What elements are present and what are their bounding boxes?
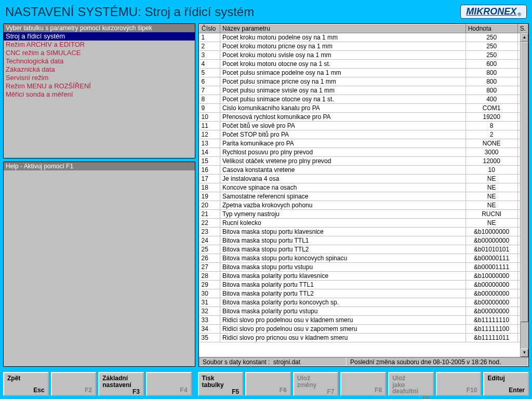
fkey-F3[interactable]: ZákladnínastaveníF3 — [98, 372, 144, 396]
table-row[interactable]: 19Samostatne referencni spinaceNE — [200, 192, 528, 201]
brand-logo: MIKRONEX® — [460, 5, 527, 19]
table-selector-panel: Vyber tabulku s parametry pomocí kurzoro… — [3, 23, 195, 158]
scroll-thumb[interactable] — [521, 42, 528, 322]
table-row[interactable]: 32Bitova maska polarity portu vstupu&b00… — [200, 307, 528, 316]
scroll-up-icon[interactable]: ▲ — [521, 33, 528, 42]
table-row[interactable]: 18Koncove spinace na osachNE — [200, 183, 528, 192]
fkey-F8[interactable]: F8 — [340, 372, 386, 396]
sidebar-item-6[interactable]: Režim MENU a ROZŠÍŘENÍ — [4, 82, 195, 90]
table-row[interactable]: 2Pocet kroku motoru pricne osy na 1 mm25… — [200, 42, 528, 51]
table-selector-header: Vyber tabulku s parametry pomocí kurzoro… — [4, 24, 195, 32]
fkey-F2[interactable]: F2 — [51, 372, 97, 396]
fkey-F7[interactable]: UložzměnyF7 — [293, 372, 339, 396]
table-row[interactable]: 11Počet bitů ve slově pro PA8 — [200, 122, 528, 130]
table-row[interactable]: 6Pocet pulsu snimace pricne osy na 1 mm8… — [200, 77, 528, 86]
table-row[interactable]: 17Je instalovana 4 osaNE — [200, 175, 528, 183]
col-header-val[interactable]: Hodnota — [466, 24, 517, 33]
grid-scrollbar[interactable]: ▲ ▼ — [520, 33, 528, 357]
fkey-F4[interactable]: F4 — [146, 372, 192, 396]
sidebar-item-3[interactable]: Technologická data — [4, 57, 195, 65]
table-row[interactable]: 15Velikost otáček vretene pro plny prevo… — [200, 157, 528, 166]
scroll-down-icon[interactable]: ▼ — [521, 349, 528, 357]
col-header-s[interactable]: S. — [517, 24, 528, 33]
status-file: Soubor s daty konstant : strojni.dat — [199, 357, 347, 366]
table-row[interactable]: 13Parita komunikace pro PANONE — [200, 139, 528, 148]
table-row[interactable]: 34Ridici slovo pro podelnou osu v zaporn… — [200, 325, 528, 334]
table-row[interactable]: 33Ridici slovo pro podelnou osu v kladne… — [200, 316, 528, 325]
table-row[interactable]: 35Ridici slovo pro pricnou osu v kladnem… — [200, 334, 528, 342]
table-row[interactable]: 5Pocet pulsu snimace podelne osy na 1 mm… — [200, 69, 528, 77]
table-row[interactable]: 30Bitova maska polarity portu TTL2&b0000… — [200, 289, 528, 298]
fkey-Esc[interactable]: ZpětEsc — [3, 372, 49, 396]
fkey-F6[interactable]: F6 — [245, 372, 291, 396]
col-header-name[interactable]: Název parametru — [220, 24, 466, 33]
table-row[interactable]: 9Cislo komunikacniho kanalu pro PACOM1 — [200, 104, 528, 113]
table-row[interactable]: 7Pocet pulsu snimace svisle osy na 1 mm8… — [200, 86, 528, 95]
col-header-num[interactable]: Číslo — [200, 24, 220, 33]
table-row[interactable]: 25Bitova maska stopu portu TTL2&b0101010… — [200, 245, 528, 254]
table-row[interactable]: 24Bitova maska stopu portu TTL1&b0000000… — [200, 236, 528, 245]
sidebar-item-2[interactable]: CNC režim a SIMULACE — [4, 49, 195, 57]
fkey-F9[interactable]: Uložjako deafultníF9 — [388, 372, 434, 396]
status-modified: Poslední změna souboru dne 08-10-2005 v … — [347, 357, 528, 366]
help-body — [4, 170, 195, 366]
fkey-F5[interactable]: TisktabulkyF5 — [198, 372, 244, 396]
table-row[interactable]: 16Casova konstanta vretene10 — [200, 166, 528, 175]
help-header: Help - Aktivuj pomocí F1 — [4, 162, 195, 170]
sidebar-item-1[interactable]: Režim ARCHIV a EDITOR — [4, 41, 195, 49]
fkey-F10[interactable]: F10 — [436, 372, 482, 396]
table-row[interactable]: 29Bitova maska polarity portu TTL1&b0000… — [200, 281, 528, 289]
table-row[interactable]: 12Počet STOP bitů pro PA2 — [200, 130, 528, 139]
table-row[interactable]: 8Pocet pulsu snimace otocne osy na 1 st.… — [200, 95, 528, 104]
table-row[interactable]: 23Bitova maska stopu portu klavesnice&b1… — [200, 228, 528, 236]
help-panel: Help - Aktivuj pomocí F1 — [3, 162, 195, 367]
sidebar-item-5[interactable]: Servisní režim — [4, 74, 195, 82]
table-row[interactable]: 28Bitova maska polarity portu klavesnice… — [200, 272, 528, 281]
table-row[interactable]: 31Bitova maska polarity portu koncovych … — [200, 298, 528, 307]
page-title: NASTAVENÍ SYSTÉMU: Stroj a řídicí systém — [5, 5, 254, 19]
table-row[interactable]: 3Pocet kroku motoru svisle osy na 1 mm25… — [200, 51, 528, 60]
table-row[interactable]: 1Pocet kroku motoru podelne osy na 1 mm2… — [200, 33, 528, 42]
table-row[interactable]: 4Pocet kroku motoru otocne osy na 1 st.6… — [200, 60, 528, 69]
param-grid[interactable]: Číslo Název parametru Hodnota S. 1Pocet … — [198, 23, 529, 367]
sidebar-item-4[interactable]: Zákaznická data — [4, 65, 195, 74]
table-row[interactable]: 20Zpetna vazba krokovych pohonuNE — [200, 201, 528, 210]
table-row[interactable]: 27Bitova maska stopu portu vstupu&b00001… — [200, 263, 528, 272]
table-row[interactable]: 26Bitova maska stopu portu koncovych spi… — [200, 254, 528, 263]
table-row[interactable]: 21Typ vymeny nastrojuRUCNI! — [200, 210, 528, 219]
table-row[interactable]: 14Rychlost posuvu pro plny prevod3000 — [200, 148, 528, 157]
fkey-Enter[interactable]: EditujEnter — [483, 372, 529, 396]
table-row[interactable]: 22Rucni koleckoNE — [200, 219, 528, 228]
table-row[interactable]: 10Přenosová rychlost komunikace pro PA19… — [200, 113, 528, 122]
sidebar-item-7[interactable]: Měřicí sonda a měření — [4, 90, 195, 99]
sidebar-item-0[interactable]: Stroj a řídicí systém — [4, 32, 195, 41]
